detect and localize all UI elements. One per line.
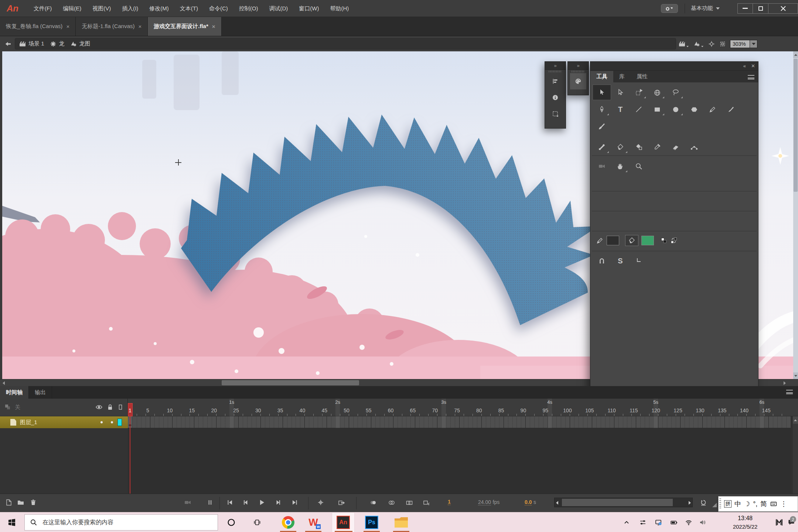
ink-bottle-tool[interactable] [630, 139, 648, 155]
menu-item-1[interactable]: 编辑(E) [57, 0, 87, 17]
ruler-frame-140[interactable]: 140 [740, 407, 748, 413]
tab-timeline[interactable]: 时间轴 [0, 386, 29, 399]
tray-volume[interactable] [696, 512, 709, 532]
camera-button[interactable] [184, 499, 191, 506]
timeline-scroll-thumb[interactable] [562, 499, 673, 506]
step-forward-button[interactable] [275, 499, 282, 506]
ruler-frame-5[interactable]: 5 [146, 407, 149, 413]
show-hide-all-icon[interactable] [95, 403, 103, 411]
breadcrumb-graphic[interactable]: 龙图 [79, 40, 91, 47]
ime-more-icon[interactable]: ⋮ [780, 500, 787, 508]
ruler-frame-60[interactable]: 60 [388, 407, 394, 413]
ruler-frame-125[interactable]: 125 [673, 407, 682, 413]
bone-tool[interactable] [593, 139, 611, 155]
ime-fullwidth-icon[interactable]: ☽ [744, 500, 750, 508]
edit-scene-button[interactable] [678, 40, 689, 48]
document-tab-1[interactable]: 无标题-1.fla (Canvas)× [76, 17, 148, 36]
current-frame-value[interactable]: 1 [448, 499, 451, 505]
ruler-frame-40[interactable]: 40 [300, 407, 306, 413]
taskbar-clock[interactable]: 13:48 2022/5/22 [717, 514, 773, 531]
menu-item-2[interactable]: 视图(V) [87, 0, 116, 17]
tab-close-icon[interactable]: × [66, 23, 69, 30]
tab-properties[interactable]: 属性 [631, 71, 654, 82]
workspace-label[interactable]: 基本功能 [691, 5, 713, 12]
ruler-frame-65[interactable]: 65 [410, 407, 416, 413]
reset-timeline-zoom-button[interactable] [700, 499, 707, 506]
modify-markers-button[interactable] [423, 499, 430, 506]
gradient-transform-tool[interactable] [648, 85, 666, 100]
h-scroll-thumb[interactable] [222, 380, 359, 385]
taskbar-explorer[interactable] [391, 512, 412, 532]
ruler-frame-100[interactable]: 100 [563, 407, 572, 413]
ruler-frame-85[interactable]: 85 [498, 407, 504, 413]
line-tool[interactable] [630, 102, 648, 117]
frames-row[interactable] [128, 416, 791, 428]
panel-grip[interactable] [549, 71, 562, 72]
timeline-scroll-right-button[interactable] [689, 501, 691, 505]
straighten-option[interactable] [630, 253, 648, 269]
oval-tool[interactable] [666, 102, 685, 117]
close-panel-button[interactable]: ✕ [751, 63, 755, 69]
ruler-frame-55[interactable]: 55 [366, 407, 372, 413]
onion-skin-outlines-button[interactable] [388, 499, 395, 506]
tab-close-icon[interactable]: × [212, 23, 215, 30]
input-method-button[interactable] [773, 512, 785, 532]
fill-color-button[interactable] [625, 235, 638, 246]
snap-to-objects-toggle[interactable] [593, 253, 611, 269]
scroll-down-button[interactable] [793, 372, 798, 379]
eraser-tool[interactable] [666, 139, 685, 155]
start-button[interactable] [3, 512, 21, 532]
fluid-brush-tool[interactable] [593, 119, 611, 134]
clip-content-button[interactable] [719, 40, 726, 48]
swatches-panel-button[interactable] [570, 73, 586, 89]
menu-item-3[interactable]: 插入(I) [116, 0, 144, 17]
scroll-left-button[interactable] [1, 380, 7, 386]
fill-color-swatch[interactable] [641, 236, 654, 245]
timeline-ruler[interactable]: 1510152025303540455055606570758085909510… [128, 399, 791, 416]
menu-item-8[interactable]: 调试(D) [263, 0, 293, 17]
workspace-switcher-button[interactable] [661, 4, 678, 13]
ruler-frame-70[interactable]: 70 [432, 407, 438, 413]
transform-panel-button[interactable] [547, 106, 563, 122]
collapse-panel-button[interactable]: « [743, 63, 746, 69]
go-to-last-frame-button[interactable] [291, 499, 299, 506]
parenting-view-label[interactable]: 关 [15, 404, 20, 411]
pen-tool[interactable] [593, 102, 611, 117]
tab-tools[interactable]: 工具 [590, 71, 613, 82]
document-tab-0[interactable]: 恢复_卷轴.fla (Canvas)× [0, 17, 76, 36]
center-frame-button[interactable] [708, 40, 715, 48]
swap-colors-icon[interactable] [670, 237, 678, 244]
menu-item-6[interactable]: 命令(C) [204, 0, 233, 17]
layer-row[interactable]: 图层_1 [0, 416, 128, 428]
menu-item-5[interactable]: 文本(T) [174, 0, 204, 17]
tray-sync[interactable] [651, 512, 666, 532]
expand-panel-button[interactable]: » [545, 62, 566, 70]
loop-button[interactable] [338, 499, 345, 506]
tray-expand-button[interactable] [620, 512, 633, 532]
ruler-frame-80[interactable]: 80 [476, 407, 482, 413]
breadcrumb-scene[interactable]: 场景 1 [28, 40, 44, 47]
taskbar-chrome[interactable] [278, 512, 299, 532]
menu-item-4[interactable]: 修改(M) [144, 0, 174, 17]
edit-symbol-button[interactable] [693, 40, 704, 48]
timeline-menu-button[interactable] [786, 390, 793, 394]
ruler-frame-25[interactable]: 25 [233, 407, 239, 413]
elapsed-time-value[interactable]: 0.0 [525, 499, 532, 505]
ruler-frame-50[interactable]: 50 [344, 407, 349, 413]
ime-drag-handle[interactable] [719, 498, 721, 509]
ruler-frame-45[interactable]: 45 [321, 407, 327, 413]
pencil-tool[interactable] [703, 102, 722, 117]
back-arrow-icon[interactable] [4, 40, 12, 48]
ruler-frame-75[interactable]: 75 [454, 407, 460, 413]
free-transform-tool[interactable] [630, 85, 648, 100]
new-layer-button[interactable] [5, 499, 13, 506]
ruler-frame-30[interactable]: 30 [255, 407, 261, 413]
ime-toolbar[interactable]: 拼 中 ☽ °, 简 ⋮ [718, 496, 798, 512]
taskbar-search-input[interactable]: 在这里输入你要搜索的内容 [24, 514, 218, 531]
info-panel-button[interactable] [547, 89, 563, 106]
timeline-v-scrollbar[interactable] [793, 416, 798, 494]
width-tool[interactable] [685, 139, 703, 155]
ime-pinyin-mode[interactable]: 拼 [724, 500, 732, 508]
ime-punctuation-icon[interactable]: °, [753, 500, 757, 508]
breadcrumb-symbol[interactable]: 龙 [59, 40, 65, 47]
